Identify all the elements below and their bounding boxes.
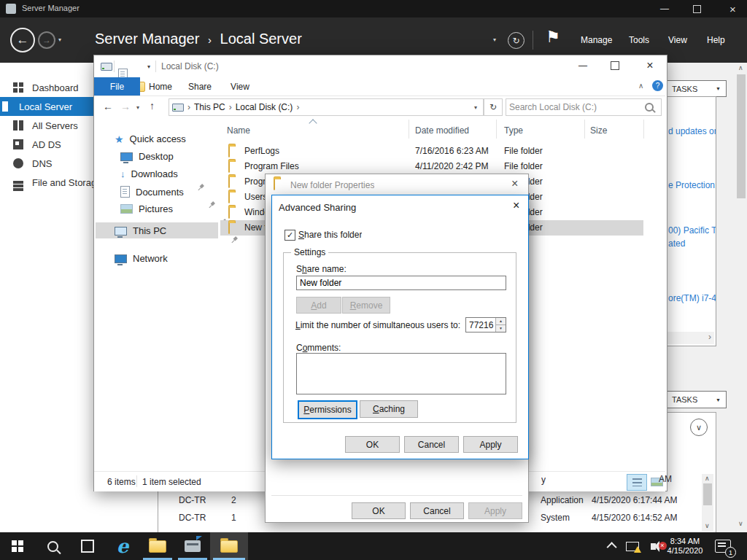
limit-users-spinner[interactable]: 77216 ▲ ▼ (465, 317, 506, 332)
volume-button[interactable] (642, 532, 664, 560)
search-box[interactable]: Search Local Disk (C:) (506, 98, 662, 116)
event-cell-time[interactable]: 4/15/2020 6:14:52 AM (592, 513, 677, 523)
properties-link[interactable]: 00) Pacific Ti (668, 225, 716, 236)
collapse-section-button[interactable]: ∨ (690, 419, 708, 436)
sharing-ok-button[interactable]: OK (345, 436, 400, 453)
properties-link[interactable]: d updates or (668, 126, 716, 136)
scroll-down-icon[interactable]: ∨ (705, 523, 710, 529)
tab-share[interactable]: Share (182, 77, 218, 96)
task-view-button[interactable] (70, 532, 105, 560)
taskbar-clock[interactable]: 8:34 AM 4/15/2020 (662, 532, 708, 560)
event-cell-id[interactable]: 2 (231, 495, 236, 505)
events-scrollbar[interactable]: ∧ ∨ (702, 474, 713, 532)
view-details-button[interactable] (627, 474, 647, 491)
column-header-type[interactable]: Type (504, 125, 523, 136)
nav-documents[interactable]: Documents (120, 186, 184, 198)
explorer-close-button[interactable]: × (634, 55, 666, 76)
nav-quick-access[interactable]: ★ Quick access (115, 133, 186, 144)
notifications-flag-icon[interactable]: ⚑ (546, 28, 560, 47)
file-row[interactable]: PerfLogs 7/16/2016 6:23 AM File folder (220, 144, 643, 159)
properties-ok-button[interactable]: OK (352, 502, 406, 519)
file-row[interactable]: Program Files 4/11/2020 2:42 PM File fol… (220, 159, 643, 174)
taskbar-search-button[interactable] (35, 532, 70, 560)
column-header-size[interactable]: Size (590, 125, 607, 136)
nav-downloads[interactable]: ↓ Downloads (120, 168, 178, 179)
nav-network[interactable]: Network (115, 253, 168, 264)
comments-textarea[interactable] (296, 353, 506, 394)
tray-expand-button[interactable] (604, 532, 622, 560)
spinner-down-icon[interactable]: ▼ (496, 325, 506, 332)
scroll-down-icon[interactable]: ∨ (738, 521, 743, 527)
close-button[interactable]: × (719, 0, 747, 18)
share-this-folder-checkbox[interactable]: ✓ (285, 230, 295, 241)
action-center-button[interactable]: 1 (709, 532, 737, 560)
scroll-up-icon[interactable]: ∧ (738, 65, 743, 71)
sharing-apply-button[interactable]: Apply (463, 436, 518, 453)
address-segment[interactable]: This PC (194, 102, 225, 112)
scrollbar-thumb[interactable] (737, 74, 746, 198)
menu-tools[interactable]: Tools (629, 35, 649, 45)
nav-up-icon[interactable]: ↑ (150, 100, 155, 112)
nav-dropdown-icon[interactable]: ▾ (493, 36, 496, 43)
internet-explorer-button[interactable]: e (105, 532, 140, 560)
address-segment[interactable]: Local Disk (C:) (236, 102, 293, 112)
pin-icon[interactable] (228, 234, 241, 246)
refresh-address-button[interactable]: ↻ (484, 98, 503, 116)
explorer-minimize-button[interactable]: — (570, 55, 596, 76)
main-scrollbar[interactable]: ∧ ∨ (735, 63, 747, 532)
folder-window-button[interactable] (210, 532, 248, 560)
properties-cancel-button[interactable]: Cancel (410, 502, 464, 519)
column-divider[interactable] (409, 120, 409, 139)
nav-forward-icon[interactable]: → (120, 101, 131, 112)
share-this-folder-label[interactable]: Share this folder (298, 230, 362, 240)
scroll-up-icon[interactable]: ∧ (705, 475, 710, 482)
pin-icon[interactable] (195, 182, 207, 194)
permissions-button[interactable]: Permissions (298, 400, 357, 419)
tab-file[interactable]: File (94, 77, 140, 96)
forward-button[interactable]: → (38, 31, 55, 49)
nav-desktop[interactable]: Desktop (120, 151, 174, 162)
scrollbar-thumb[interactable] (703, 483, 712, 505)
server-manager-button[interactable] (175, 532, 210, 560)
properties-link[interactable]: ated (668, 238, 685, 249)
horizontal-scrollbar[interactable]: › (667, 332, 714, 344)
properties-tasks-button[interactable]: TASKS ▼ (666, 80, 727, 97)
event-cell-log[interactable]: Application (541, 495, 584, 505)
scroll-right-icon[interactable]: › (708, 332, 714, 342)
recent-locations-icon[interactable]: ▾ (136, 104, 139, 111)
help-icon[interactable]: ? (652, 80, 663, 91)
properties-apply-button[interactable]: Apply (468, 502, 522, 519)
menu-manage[interactable]: Manage (581, 35, 612, 45)
event-cell-server[interactable]: DC-TR (179, 513, 206, 523)
column-header-date[interactable]: Date modified (415, 125, 469, 136)
explorer-maximize-button[interactable] (602, 55, 628, 76)
limit-users-value[interactable]: 77216 (466, 320, 495, 330)
back-button[interactable]: ← (10, 28, 35, 52)
qat-thispc-icon[interactable] (101, 63, 112, 71)
event-cell-time[interactable]: 4/15/2020 6:17:44 AM (592, 495, 677, 505)
remove-button[interactable]: Remove (342, 297, 390, 314)
spinner-buttons[interactable]: ▲ ▼ (495, 318, 506, 332)
column-divider[interactable] (584, 120, 585, 139)
sharing-cancel-button[interactable]: Cancel (404, 436, 459, 453)
history-dropdown-icon[interactable]: ▾ (58, 36, 61, 43)
events-tasks-button[interactable]: TASKS ▼ (666, 391, 727, 408)
nav-back-icon[interactable]: ← (103, 101, 113, 112)
address-bar[interactable]: This PC Local Disk (C:) ▾ (169, 98, 484, 116)
refresh-button[interactable]: ↻ (508, 32, 525, 49)
add-button[interactable]: Add (296, 297, 341, 314)
address-dropdown-icon[interactable]: ▾ (474, 104, 480, 111)
tab-view[interactable]: View (222, 77, 258, 96)
menu-help[interactable]: Help (707, 35, 725, 45)
network-status-button[interactable] (623, 532, 642, 560)
file-explorer-button[interactable] (140, 532, 175, 560)
pin-icon[interactable] (206, 199, 218, 211)
breadcrumb-root[interactable]: Server Manager (95, 31, 199, 47)
properties-link[interactable]: ore(TM) i7-4 (668, 293, 716, 303)
nav-pictures[interactable]: Pictures (120, 203, 173, 214)
menu-view[interactable]: View (668, 35, 687, 45)
spinner-up-icon[interactable]: ▲ (496, 318, 506, 325)
sharing-dialog-close-icon[interactable]: × (513, 200, 519, 211)
column-divider[interactable] (643, 120, 644, 139)
event-cell-id[interactable]: 1 (231, 513, 236, 523)
